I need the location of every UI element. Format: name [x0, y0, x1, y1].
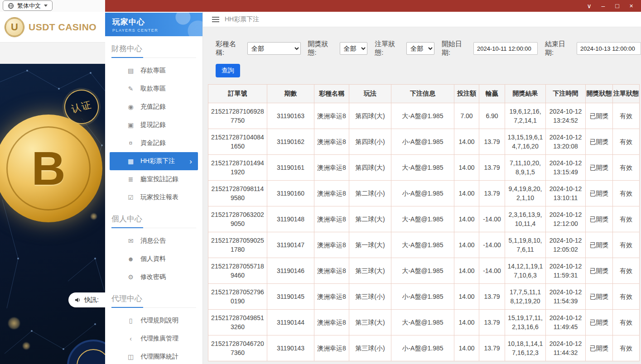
table-cell: 第二球(大) [349, 206, 391, 232]
sidebar-item-player-report[interactable]: ☑玩家投注報表 [110, 188, 198, 206]
sidebar-item-stats[interactable]: ◫代理團隊統計 [110, 348, 198, 364]
chevron-down-icon [44, 5, 48, 7]
table-row[interactable]: 215217287101494192031190161澳洲幸运8第四球(大)大-… [208, 155, 640, 181]
table-row[interactable]: 215217287098114958031190160澳洲幸运8第二球(小)小-… [208, 181, 640, 206]
table-cell: 第三球(大) [349, 310, 391, 335]
table-row[interactable]: 215217287059025178031190147澳洲幸运8第一球(大)大-… [208, 232, 640, 258]
sidebar-item-lottery-bet[interactable]: ▦HH彩票下注› [110, 152, 198, 170]
sidebar-section-title: 代理中心 [111, 293, 196, 308]
table-row[interactable]: 215217287104084165031190162澳洲幸运8第四球(小)小-… [208, 129, 640, 155]
sidebar-item-withdrawal-record[interactable]: ▣提現記錄 [110, 116, 198, 134]
filter-row: 彩種名稱: 全部 開獎狀態: 全部 注單狀態: 全部 開始日期: 結束日期: [216, 40, 641, 57]
table-cell: 14,12,1,19,17,10,6,3 [505, 258, 546, 284]
order-status-label: 注單狀態: [375, 40, 404, 57]
sidebar-item-recharge-record[interactable]: ◉充值記錄 [110, 98, 198, 116]
table-cell: 已開獎 [586, 310, 613, 335]
table-row[interactable]: 215217287049851326031190144澳洲幸运8第三球(大)大-… [208, 310, 640, 335]
table-cell: 2024-10-12 13:20:08 [546, 129, 586, 155]
sidebar-item-deposit[interactable]: ▤存款專區 [110, 62, 198, 80]
start-date-input[interactable] [473, 42, 538, 55]
chevron-down-icon[interactable]: ∨ [582, 0, 596, 12]
left-spacer [0, 43, 105, 63]
window-controls: ∨–□× [582, 0, 638, 12]
table-cell: 已開獎 [586, 181, 613, 206]
table-cell: 澳洲幸运8 [314, 206, 349, 232]
table-cell: 19,6,12,16,7,2,14,1 [505, 103, 546, 129]
table-cell: 31190143 [267, 335, 314, 361]
table-cell: 31190147 [267, 232, 314, 258]
certified-badge-label: 认证 [70, 98, 93, 115]
table-cell: 已開獎 [586, 206, 613, 232]
table-cell: 澳洲幸运8 [314, 103, 349, 129]
order-status-select[interactable]: 全部 [406, 42, 434, 55]
table-cell: 31190162 [267, 129, 314, 155]
search-button[interactable]: 查詢 [216, 64, 240, 77]
menu-icon[interactable] [212, 19, 219, 20]
sidebar: 玩家中心 PLAYERS CENTER 財務中心▤存款專區✎取款專區◉充值記錄▣… [105, 12, 203, 364]
draw-status-select[interactable]: 全部 [340, 42, 368, 55]
gold-bokeh-dot [8, 317, 20, 329]
sidebar-section-title: 個人中心 [111, 214, 196, 228]
close-icon[interactable]: × [624, 0, 638, 12]
table-row[interactable]: 215217287055718946031190146澳洲幸运8第三球(大)大-… [208, 258, 640, 284]
sidebar-item-share[interactable]: ‹代理推廣管理 [110, 330, 198, 348]
table-cell: 2024-10-12 11:49:45 [546, 310, 586, 335]
table-cell: 2024-10-12 11:44:32 [546, 335, 586, 361]
table-cell: 已開獎 [586, 129, 613, 155]
table-cell: 7.00 [454, 103, 479, 129]
table-row[interactable]: 215217287046720736031190143澳洲幸运8第三球(小)小-… [208, 335, 640, 361]
table-cell: 有效 [613, 310, 640, 335]
sidebar-item-label: 充值記錄 [140, 103, 166, 111]
table-cell: 14.00 [454, 335, 479, 361]
table-cell: 已開獎 [586, 284, 613, 310]
table-cell: 澳洲幸运8 [314, 258, 349, 284]
sidebar-item-document[interactable]: ▯代理規則說明 [110, 311, 198, 330]
table-cell: 17,7,5,11,18,12,19,20 [505, 284, 546, 310]
column-header: 下注信息 [391, 85, 454, 103]
lottery-name-select[interactable]: 全部 [247, 42, 301, 55]
sidebar-item-user[interactable]: ☻個人資料 [110, 250, 198, 268]
table-row[interactable]: 215217287106928775031190163澳洲幸运8第四球(大)大-… [208, 103, 640, 129]
table-row[interactable]: 215217287063202905031190148澳洲幸运8第二球(大)大-… [208, 206, 640, 232]
sidebar-title: 玩家中心 [112, 17, 202, 27]
maximize-icon[interactable]: □ [610, 0, 624, 12]
column-header: 開獎狀態 [586, 85, 613, 103]
table-cell: 有效 [613, 206, 640, 232]
left-panel: U USDT CASINO B [0, 12, 105, 364]
titlebar: 繁体中文 ∨–□× [0, 0, 641, 12]
table-cell: 澳洲幸运8 [314, 284, 349, 310]
content-toolbar: HH彩票下注 [203, 12, 641, 27]
table-cell: 14.00 [454, 206, 479, 232]
table-cell: 14.00 [454, 181, 479, 206]
table-cell: 小-A盤@1.985 [391, 335, 454, 361]
sidebar-item-label: HH彩票下注 [140, 157, 175, 165]
table-cell: 小-A盤@1.985 [391, 181, 454, 206]
bets-table-container: 訂單號期數彩種名稱玩法下注信息投注額輸贏開獎結果下注時間開獎狀態注單狀態 215… [208, 84, 639, 361]
table-row[interactable]: 215217287052796019031190145澳洲幸运8第三球(小)小-… [208, 284, 640, 310]
news-ticker[interactable]: 快訊: [68, 292, 105, 307]
sidebar-item-room-bet-record[interactable]: ≣廳室投註記錄 [110, 170, 198, 188]
table-cell: 2024-10-12 11:54:39 [546, 284, 586, 310]
table-cell: 大-A盤@1.985 [391, 206, 454, 232]
casino-logo-icon: U [5, 17, 24, 37]
table-cell: 13.79 [479, 284, 505, 310]
column-header: 投注額 [454, 85, 479, 103]
table-cell: 14.00 [454, 155, 479, 181]
logo-monogram: U [11, 21, 18, 33]
table-cell: 2152172870590251780 [208, 232, 267, 258]
table-cell: 2152172871014941920 [208, 155, 267, 181]
sidebar-item-bell[interactable]: ✉消息公告 [110, 232, 198, 250]
table-cell: 2,3,16,13,9,10,11,4 [505, 206, 546, 232]
table-cell: 15,19,17,11,2,13,16,6 [505, 310, 546, 335]
sidebar-item-withdraw[interactable]: ✎取款專區 [110, 80, 198, 98]
sidebar-item-gear[interactable]: ⚙修改密碼 [110, 268, 198, 286]
end-date-input[interactable] [577, 42, 641, 55]
language-selector[interactable]: 繁体中文 [3, 0, 53, 11]
sidebar-item-funds-record[interactable]: ¤資金記錄 [110, 134, 198, 152]
table-cell: 有效 [613, 129, 640, 155]
titlebar-right: ∨–□× [105, 0, 641, 12]
minimize-icon[interactable]: – [596, 0, 610, 12]
table-cell: 有效 [613, 232, 640, 258]
sidebar-header: 玩家中心 PLAYERS CENTER [105, 13, 202, 36]
sidebar-subtitle: PLAYERS CENTER [112, 28, 202, 33]
